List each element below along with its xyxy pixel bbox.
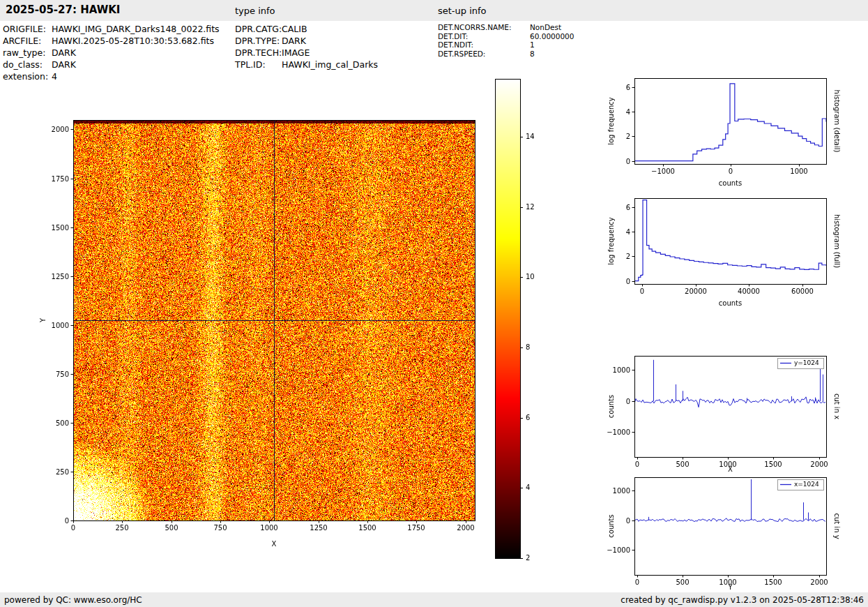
meta-value: NonDest [530, 23, 561, 31]
meta-value: 60.0000000 [530, 32, 574, 40]
meta-row: raw_type:DARK [3, 47, 220, 59]
meta-label: TPL.ID: [235, 59, 282, 70]
meta-label: ORIGFILE: [3, 23, 52, 35]
meta-label: raw_type: [3, 47, 52, 59]
meta-row: DPR.CATG:CALIB [235, 23, 378, 35]
meta-row: ORIGFILE:HAWKI_IMG_DARK_Darks148_0022.fi… [3, 23, 220, 35]
cut-in-x-plot [596, 344, 868, 477]
histogram-detail-plot [596, 66, 868, 192]
colorbar [488, 73, 551, 569]
dark-frame-image-plot [28, 98, 502, 572]
page-title: 2025-05-27: HAWKI [6, 3, 120, 16]
histogram-full-plot [596, 186, 868, 312]
meta-value: 1 [530, 40, 535, 49]
meta-label: extension: [3, 70, 52, 82]
meta-row: DET.DIT:60.0000000 [438, 32, 574, 41]
header-bar [0, 0, 868, 21]
meta-row: DPR.TECH:IMAGE [235, 47, 378, 59]
meta-value: DARK [52, 59, 76, 70]
meta-row: DET.RSPEED:8 [438, 50, 574, 59]
meta-row: TPL.ID:HAWKI_img_cal_Darks [235, 59, 378, 70]
meta-label: DET.NDIT: [438, 40, 530, 50]
setup-info-heading: set-up info [438, 6, 487, 16]
meta-value: HAWKI.2025-05-28T10:30:53.682.fits [52, 36, 214, 46]
meta-label: DET.DIT: [438, 32, 530, 41]
meta-value: CALIB [282, 24, 307, 34]
meta-row: DET.NDIT:1 [438, 40, 574, 50]
file-info-block: ORIGFILE:HAWKI_IMG_DARK_Darks148_0022.fi… [3, 23, 220, 82]
meta-label: DET.NCORRS.NAME: [438, 23, 530, 32]
meta-row: ARCFILE:HAWKI.2025-05-28T10:30:53.682.fi… [3, 35, 220, 47]
type-info-heading: type info [235, 6, 275, 16]
cut-in-y-plot [596, 463, 868, 593]
setup-info-block: DET.NCORRS.NAME:NonDest DET.DIT:60.00000… [438, 23, 574, 58]
qc-report-page: 2025-05-27: HAWKI type info set-up info … [0, 0, 868, 607]
meta-label: ARCFILE: [3, 35, 52, 47]
meta-row: extension:4 [3, 70, 220, 82]
footer-bar: powered by QC: www.eso.org/HC created by… [0, 592, 868, 607]
meta-row: DPR.TYPE:DARK [235, 35, 378, 47]
meta-label: DET.RSPEED: [438, 50, 530, 59]
meta-label: DPR.TYPE: [235, 35, 282, 47]
meta-row: DET.NCORRS.NAME:NonDest [438, 23, 574, 32]
meta-value: DARK [52, 47, 76, 58]
meta-value: HAWKI_IMG_DARK_Darks148_0022.fits [52, 24, 220, 34]
meta-label: do_class: [3, 59, 52, 70]
meta-value: DARK [282, 36, 306, 46]
type-info-block: DPR.CATG:CALIB DPR.TYPE:DARK DPR.TECH:IM… [235, 23, 378, 70]
meta-label: DPR.TECH: [235, 47, 282, 59]
meta-value: IMAGE [282, 47, 310, 58]
meta-row: do_class:DARK [3, 59, 220, 70]
meta-value: 8 [530, 50, 535, 58]
footer-right-text: created by qc_rawdisp.py v1.2.3 on 2025-… [620, 595, 864, 605]
meta-value: HAWKI_img_cal_Darks [282, 59, 378, 70]
footer-left-text: powered by QC: www.eso.org/HC [4, 595, 142, 605]
meta-label: DPR.CATG: [235, 23, 282, 35]
meta-value: 4 [52, 71, 57, 82]
